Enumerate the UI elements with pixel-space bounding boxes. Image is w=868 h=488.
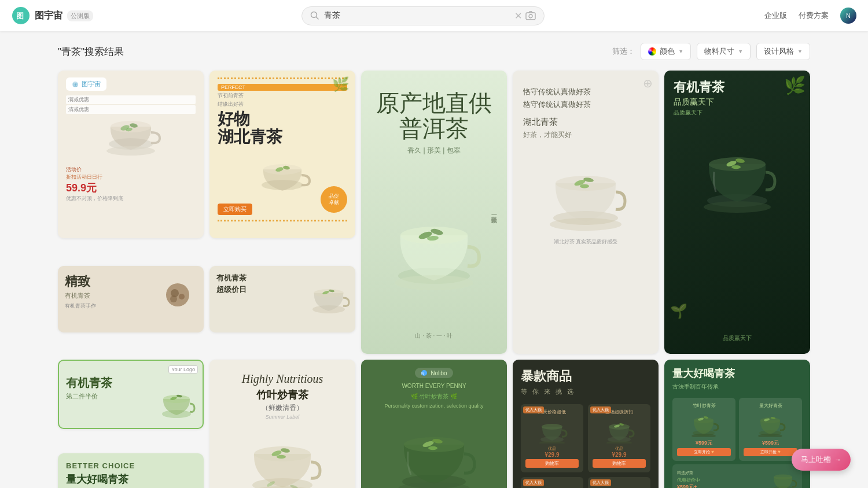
baokuan-cup2-icon	[604, 417, 635, 443]
card3-title2: 普洱茶	[399, 116, 469, 141]
svg-point-69	[694, 417, 713, 423]
pricing-btn[interactable]: 付费方案	[799, 10, 829, 21]
page-title: "青茶"搜索结果	[58, 45, 606, 58]
baokuan-price2: ¥29.9	[593, 452, 646, 458]
header-right: 企业版 付费方案 N	[752, 8, 856, 24]
baokuan-subtitle: 等 你 来 挑 选	[521, 387, 650, 396]
svg-point-88	[277, 455, 286, 459]
svg-text:图: 图	[16, 12, 24, 20]
card-5[interactable]: 有机青茶 品质赢天下 品质赢天下 🌿 🌱	[664, 71, 810, 354]
feedback-label: 马上吐槽	[801, 454, 831, 465]
card4-teacup-icon	[539, 157, 632, 232]
color-filter-btn[interactable]: 颜色 ▼	[641, 43, 691, 60]
size-filter-btn[interactable]: 物料尺寸 ▼	[697, 43, 751, 60]
search-container: ✕	[301, 6, 545, 25]
liangda-price1: ¥599元	[677, 439, 731, 447]
svg-point-28	[580, 184, 589, 188]
betterchoice-title: BETTER CHOICE	[66, 461, 196, 470]
svg-text:N: N	[421, 371, 424, 375]
search-icon	[310, 11, 319, 20]
card-organic-halfprice[interactable]: Your Logo 有机青茶 第二件半价	[58, 360, 204, 429]
card-6[interactable]: 精致 有机青茶 有机青茶手作	[58, 266, 204, 332]
svg-point-53	[542, 424, 562, 430]
liangda-btn1[interactable]: 立即开抢♥	[677, 448, 731, 456]
results-grid: 图 图宇宙 满减优惠 清减优惠	[58, 71, 810, 488]
liangda-price2: ¥599元	[744, 439, 797, 447]
baokuan-entry1: 优入大额	[523, 406, 544, 413]
svg-text:图: 图	[73, 83, 78, 87]
card2-subtag2: 结缘出好茶	[218, 101, 347, 108]
style-filter-btn[interactable]: 设计风格 ▼	[756, 43, 810, 60]
card3-bottom-text: 山 · 茶 · 一 · 叶	[415, 332, 453, 340]
card2-teacup-icon	[251, 153, 314, 199]
liangda-subtitle: 古法手制百年传承	[672, 383, 802, 391]
svg-point-39	[170, 295, 177, 302]
baokuan-title: 暴款商品	[521, 368, 650, 385]
svg-point-5	[529, 14, 532, 18]
color-filter-chevron: ▼	[678, 49, 683, 54]
search-bar: ✕	[93, 6, 752, 25]
card3-side-text: 一叶一茶 山水世界人生	[488, 212, 499, 213]
svg-point-13	[106, 146, 155, 156]
feedback-button[interactable]: 马上吐槽 →	[792, 449, 851, 471]
liangda-promo-label: 精选好茶	[677, 470, 700, 476]
card6-item-icon	[157, 280, 198, 315]
baokuan-badge2: 优品	[593, 446, 646, 452]
user-avatar[interactable]: N	[840, 8, 856, 24]
liangda-product1-label: 竹叶炒青茶	[677, 402, 731, 409]
style-filter-label: 设计风格	[764, 46, 794, 57]
organic-teacup-icon	[156, 385, 197, 420]
search-clear-icon[interactable]: ✕	[514, 10, 522, 21]
card-4[interactable]: ⊕ 恪守传统认真做好茶 格守传统认真做好茶 湖北青茶 好茶，才能买好	[513, 71, 659, 354]
baokuan-addcart1[interactable]: 购物车	[525, 459, 579, 468]
camera-search-icon[interactable]	[525, 10, 536, 21]
card-2[interactable]: PERFECT 节初前青茶 结缘出好茶 好物 湖北青茶 🌿	[209, 71, 355, 238]
card-1[interactable]: 图 图宇宙 满减优惠 清减优惠	[58, 71, 204, 238]
style-filter-chevron: ▼	[797, 49, 803, 54]
card3-teacup-icon	[382, 206, 486, 293]
color-filter-label: 颜色	[660, 46, 675, 57]
nolibo-tag: Nolibo	[431, 370, 447, 376]
card2-title2: 湖北青茶	[218, 128, 347, 146]
search-input[interactable]	[324, 11, 514, 20]
card1-price: 59.9元	[66, 181, 196, 195]
size-filter-label: 物料尺寸	[704, 46, 734, 57]
card-baokuan[interactable]: 暴款商品 等 你 来 挑 选 天天价格超低	[513, 360, 659, 488]
card4-footnote: 湖北好茶 真实茶品质好感受	[523, 238, 648, 246]
card5-tagtext: 品质赢天下	[674, 109, 801, 117]
card-liangda[interactable]: 量大好喝青茶 古法手制百年传承 竹叶炒青茶	[664, 360, 810, 488]
liangda-btn2[interactable]: 立即开抢♥	[744, 448, 797, 456]
liangda-product2-label: 量大好青茶	[744, 402, 797, 409]
card1-tag1: 满减优惠	[66, 95, 196, 104]
card-highlynutritious[interactable]: Highly Nutritious 竹叶炒青茶 （鲜嫩清香） Summer La…	[209, 360, 355, 488]
feedback-arrow-icon: →	[834, 456, 841, 464]
baokuan-entry3: 优入大额	[523, 479, 544, 486]
card1-teacup-icon	[99, 109, 163, 161]
card2-subtag1: 节初前青茶	[218, 92, 347, 99]
hn-sub2: （鲜嫩清香）	[262, 403, 303, 413]
svg-point-38	[179, 294, 185, 300]
baokuan-cup1-icon	[536, 417, 568, 443]
card4-slogan: 好茶，才能买好	[523, 130, 648, 140]
card2-buy-btn[interactable]: 立即购买	[218, 204, 252, 215]
size-filter-chevron: ▼	[738, 49, 743, 54]
svg-point-81	[163, 395, 190, 403]
hn-title: Highly Nutritious	[242, 372, 323, 386]
card-7[interactable]: 有机青茶 超级价日	[209, 266, 355, 332]
card-3[interactable]: 原产地直供 普洱茶 香久 | 形美 | 包翠	[361, 71, 507, 354]
card4-text1: 恪守传统认真做好茶	[523, 86, 648, 98]
logo-area: 图 图宇宙 公测版	[12, 6, 93, 25]
card7-teacup-icon	[307, 280, 351, 315]
card-nolibo[interactable]: N Nolibo WORTH EVERY PENNY 🌿 竹叶炒青茶 🌿 Per…	[361, 360, 507, 488]
liangda-cup3-icon	[768, 469, 797, 488]
enterprise-btn[interactable]: 企业版	[764, 10, 787, 21]
liangda-title: 量大好喝青茶	[672, 368, 802, 380]
logo-badge: 公测版	[67, 10, 93, 21]
svg-line-3	[316, 17, 318, 20]
nolibo-teacup-icon	[388, 419, 480, 488]
betterchoice-subtitle: 量大好喝青茶	[66, 472, 196, 486]
card-betterchoice[interactable]: BETTER CHOICE 量大好喝青茶 🌸	[58, 453, 204, 488]
baokuan-addcart2[interactable]: 购物车	[593, 459, 646, 468]
card5-subtitle: 品质赢天下	[674, 97, 801, 108]
svg-point-79	[774, 474, 792, 479]
